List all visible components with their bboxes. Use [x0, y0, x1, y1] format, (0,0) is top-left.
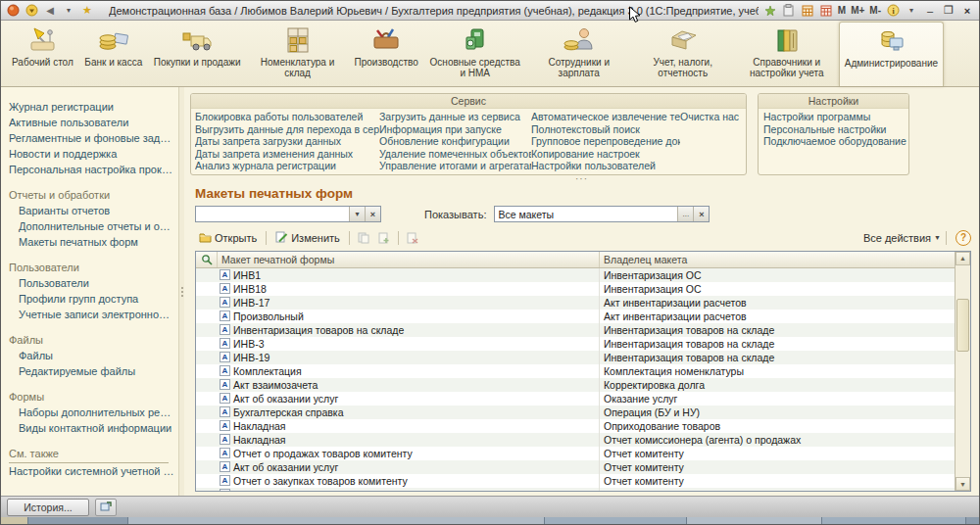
- sidebar-link[interactable]: Макеты печатных форм: [9, 234, 178, 250]
- table-row[interactable]: AИНВ-19Инвентаризация товаров на складе: [196, 351, 956, 364]
- service-link[interactable]: Выгрузить данные для перехода в сервис: [195, 123, 379, 136]
- table-row[interactable]: AИНВ18Инвентаризация ОС: [196, 282, 956, 296]
- add-favorite-icon[interactable]: [763, 4, 777, 18]
- calculator-icon[interactable]: [801, 4, 814, 18]
- sidebar-link[interactable]: Варианты отчетов: [9, 203, 178, 218]
- history-dropdown-icon[interactable]: ▾: [62, 4, 75, 18]
- memory-add-button[interactable]: M+: [851, 5, 864, 16]
- search-combobox[interactable]: ▾ ×: [195, 206, 381, 222]
- sidebar-link[interactable]: Редактируемые файлы: [9, 363, 178, 379]
- sidebar-link[interactable]: Наборы дополнительных реквизитов и...: [9, 405, 178, 420]
- restore-button[interactable]: ❐: [942, 4, 956, 17]
- help-button[interactable]: ?: [956, 230, 971, 246]
- info-icon[interactable]: i: [886, 4, 900, 18]
- edit-button[interactable]: Изменить: [271, 229, 344, 247]
- sidebar-link[interactable]: Пользователи: [9, 275, 178, 291]
- choose-icon[interactable]: ...: [677, 207, 693, 221]
- section-tab[interactable]: Номенклатура и склад: [246, 22, 350, 86]
- sidebar-link[interactable]: Файлы: [9, 348, 178, 363]
- all-actions-button[interactable]: Все действия ▼: [863, 232, 941, 244]
- show-filter-field[interactable]: ... ×: [494, 206, 710, 222]
- favorites-star-icon[interactable]: ★: [80, 4, 94, 18]
- service-link[interactable]: Даты запрета изменения данных: [195, 148, 379, 161]
- search-input[interactable]: [196, 208, 349, 220]
- sidebar-link[interactable]: Новости и поддержка: [9, 146, 178, 162]
- table-row[interactable]: AКомплектацияКомплектация номенклатуры: [196, 364, 956, 378]
- scroll-up-icon[interactable]: ▲: [956, 252, 970, 265]
- service-link[interactable]: Информация при запуске: [379, 123, 531, 136]
- sidebar-link[interactable]: Дополнительные отчеты и обработки: [9, 218, 178, 234]
- info-dropdown-icon[interactable]: ▾: [905, 4, 918, 18]
- service-link[interactable]: Настройки пользователей: [531, 160, 680, 172]
- service-link[interactable]: Даты запрета загрузки данных: [195, 135, 379, 148]
- section-tab[interactable]: Администрирование: [839, 22, 944, 86]
- main-menu-icon[interactable]: [6, 4, 20, 18]
- close-button[interactable]: ×: [960, 5, 974, 17]
- section-tab[interactable]: Рабочий стол: [7, 22, 78, 86]
- table-row[interactable]: AИНВ-3Инвентаризация товаров на складе: [196, 337, 956, 351]
- column-header-template[interactable]: Макет печатной формы: [218, 252, 600, 267]
- memory-recall-button[interactable]: M: [838, 5, 846, 16]
- section-tab[interactable]: Учет, налоги, отчетность: [631, 22, 735, 86]
- sidebar-link[interactable]: Виды контактной информации: [9, 420, 178, 436]
- service-link[interactable]: Блокировка работы пользователей: [195, 111, 379, 123]
- section-tab[interactable]: Банк и касса: [78, 22, 149, 86]
- service-link[interactable]: Обновление конфигурации: [379, 135, 531, 148]
- combo-clear-icon[interactable]: ×: [365, 207, 380, 221]
- show-filter-input[interactable]: [495, 208, 677, 220]
- section-tab[interactable]: Справочники и настройки учета: [735, 22, 839, 86]
- section-tab[interactable]: Сотрудники и зарплата: [527, 22, 631, 86]
- settings-link[interactable]: Подключаемое оборудование: [759, 135, 908, 148]
- document-add-icon[interactable]: [375, 230, 393, 246]
- section-tab[interactable]: Производство: [350, 22, 423, 86]
- sidebar-link[interactable]: Персональная настройка прокси сервера: [9, 162, 178, 177]
- sidebar-link[interactable]: Активные пользователи: [9, 115, 178, 130]
- column-header-owner[interactable]: Владелец макета: [600, 252, 956, 267]
- section-tab[interactable]: Покупки и продажи: [149, 22, 246, 86]
- service-link[interactable]: Анализ журнала регистрации: [195, 160, 379, 172]
- sidebar-link[interactable]: Учетные записи электронной почты: [9, 307, 178, 322]
- document-copy-icon[interactable]: [355, 230, 372, 246]
- service-link[interactable]: Удаление помеченных объектов: [379, 148, 531, 161]
- table-row[interactable]: AИНВ1Инвентаризация ОС: [196, 268, 956, 282]
- service-link[interactable]: Очистка настроек: [680, 111, 739, 123]
- back-icon[interactable]: ◀: [43, 4, 57, 18]
- combo-dropdown-icon[interactable]: ▾: [349, 207, 365, 221]
- settings-link[interactable]: Настройки программы: [759, 111, 908, 123]
- sidebar-link[interactable]: Профили групп доступа: [9, 291, 178, 307]
- table-row[interactable]: AБухгалтерская справкаОперация (БУ и НУ): [196, 406, 956, 419]
- service-link[interactable]: Автоматическое извлечение текстов: [531, 111, 680, 123]
- memory-subtract-button[interactable]: M-: [869, 5, 881, 16]
- open-window-icon[interactable]: [95, 499, 117, 516]
- settings-link[interactable]: Персональные настройки: [759, 123, 908, 136]
- table-row[interactable]: AОтчет о продажах товаров комитентуОтчет…: [196, 447, 956, 460]
- section-tab[interactable]: Основные средства и НМА: [423, 22, 527, 86]
- sidebar-link[interactable]: Настройки системной учетной записи эл...: [9, 463, 178, 479]
- table-row[interactable]: AПроизвольныйАкт инвентаризации расчетов: [196, 310, 956, 323]
- open-button[interactable]: Открыть: [195, 229, 261, 247]
- table-row[interactable]: AОтчет ККМОтчет о розничных продажах: [196, 488, 956, 491]
- sidebar-link[interactable]: Журнал регистрации: [9, 99, 178, 115]
- scrollbar-thumb[interactable]: [956, 299, 969, 352]
- minimize-button[interactable]: –: [923, 5, 937, 17]
- table-row[interactable]: AНакладнаяОприходование товаров: [196, 419, 956, 433]
- table-row[interactable]: AИНВ-17Акт инвентаризации расчетов: [196, 296, 956, 310]
- search-column-header[interactable]: [196, 252, 218, 267]
- service-link[interactable]: Управление итогами и агрегатами: [379, 160, 531, 172]
- clipboard-icon[interactable]: [782, 4, 796, 18]
- vertical-scrollbar[interactable]: ▲ ▼: [955, 252, 970, 491]
- service-link[interactable]: Полнотекстовый поиск: [531, 123, 680, 136]
- table-row[interactable]: AИнвентаризация товаров на складеИнвента…: [196, 323, 956, 337]
- calendar-icon[interactable]: [819, 4, 833, 18]
- panel-splitter[interactable]: ···: [190, 175, 973, 184]
- table-row[interactable]: AАкт взаимозачетаКорректировка долга: [196, 378, 956, 392]
- service-link[interactable]: Загрузить данные из сервиса: [379, 111, 531, 123]
- history-button[interactable]: История...: [7, 499, 89, 516]
- table-row[interactable]: AАкт об оказании услугОтчет комитенту: [196, 460, 956, 474]
- service-link[interactable]: Копирование настроек: [531, 148, 680, 161]
- filter-clear-icon[interactable]: ×: [693, 207, 709, 221]
- table-row[interactable]: AНакладнаяОтчет комиссионера (агента) о …: [196, 433, 956, 447]
- sidebar-link[interactable]: Регламентные и фоновые задания: [9, 130, 178, 146]
- table-row[interactable]: AАкт об оказании услугОказание услуг: [196, 392, 956, 406]
- tools-menu-icon[interactable]: [24, 4, 38, 18]
